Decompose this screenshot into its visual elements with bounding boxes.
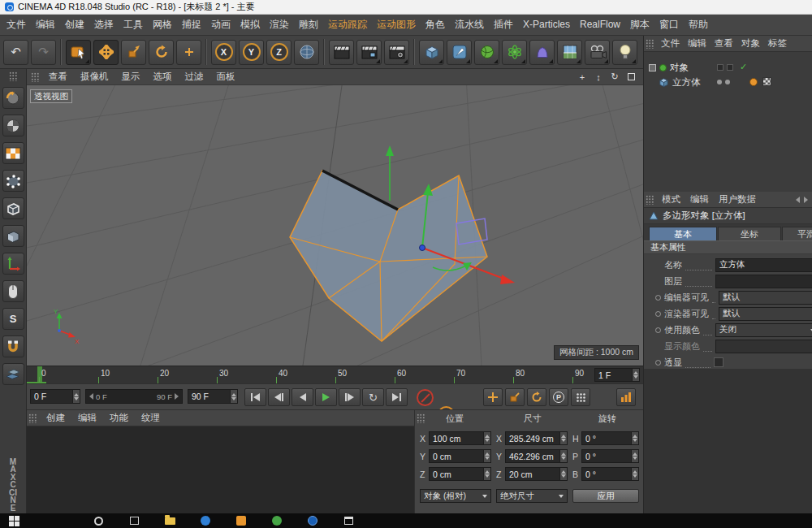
visibility-toggle[interactable] bbox=[717, 64, 723, 71]
am-menu-edit[interactable]: 编辑 bbox=[685, 192, 714, 207]
material-menu-create[interactable]: 创建 bbox=[40, 410, 71, 426]
toggle-view-icon[interactable] bbox=[624, 71, 637, 83]
next-frame-button[interactable] bbox=[339, 388, 361, 406]
coordinates-grip-icon[interactable] bbox=[417, 413, 425, 423]
object-manager-grip-icon[interactable] bbox=[646, 39, 654, 49]
render-settings-button[interactable] bbox=[384, 40, 409, 65]
object-mode-dropdown[interactable]: 对象 (相对) bbox=[420, 489, 491, 503]
tab-phong[interactable]: 平滑 bbox=[782, 227, 812, 240]
key-parameter-toggle[interactable]: P bbox=[549, 388, 568, 406]
subdivision-surface-button[interactable] bbox=[474, 40, 499, 65]
texture-mode-button[interactable] bbox=[2, 142, 24, 164]
size-mode-dropdown[interactable]: 绝对尺寸 bbox=[496, 489, 568, 503]
spinner[interactable] bbox=[559, 450, 567, 462]
phong-tag-icon[interactable] bbox=[749, 78, 758, 86]
om-menu-view[interactable]: 查看 bbox=[710, 36, 737, 51]
workplane-button[interactable] bbox=[2, 363, 24, 385]
history-forward-icon[interactable] bbox=[804, 197, 808, 203]
menu-render[interactable]: 渲染 bbox=[265, 15, 294, 35]
om-menu-tags[interactable]: 标签 bbox=[764, 36, 791, 51]
environment-button[interactable] bbox=[557, 40, 582, 65]
edges-mode-button[interactable] bbox=[2, 197, 24, 219]
material-menu-edit[interactable]: 编辑 bbox=[71, 410, 103, 426]
spinner[interactable] bbox=[631, 468, 638, 480]
object-row[interactable]: 对象 ✓ bbox=[649, 60, 808, 75]
timeline-ruler[interactable]: 0 10 20 30 40 50 60 70 80 90 1 F bbox=[27, 366, 643, 383]
position-x-field[interactable]: 100 cm bbox=[429, 431, 491, 445]
live-selection-button[interactable] bbox=[66, 40, 91, 65]
viewport-menu-panel[interactable]: 面板 bbox=[210, 69, 242, 84]
editor-visibility-dot[interactable] bbox=[717, 80, 722, 84]
rotation-b-field[interactable]: 0 ° bbox=[581, 467, 639, 481]
end-frame-field[interactable]: 90 F bbox=[188, 389, 238, 404]
viewport-solo-button[interactable] bbox=[2, 280, 24, 302]
ie-browser-button[interactable] bbox=[307, 515, 318, 526]
end-frame-spinner[interactable] bbox=[230, 390, 237, 403]
keyframe-circle-icon[interactable] bbox=[655, 311, 661, 317]
keyframe-circle-icon[interactable] bbox=[655, 327, 661, 333]
keyframe-circle-icon[interactable] bbox=[655, 360, 661, 366]
snap-button[interactable]: S bbox=[2, 308, 24, 330]
menu-sculpt[interactable]: 雕刻 bbox=[294, 15, 323, 35]
viewport-menu-display[interactable]: 显示 bbox=[115, 69, 147, 84]
active-window-button[interactable] bbox=[343, 515, 354, 526]
am-menu-userdata[interactable]: 用户数据 bbox=[714, 192, 761, 207]
size-x-field[interactable]: 285.249 cm bbox=[505, 431, 568, 445]
undo-button[interactable]: ↶ bbox=[3, 40, 28, 65]
menu-edit[interactable]: 编辑 bbox=[31, 15, 60, 35]
keyframe-circle-icon[interactable] bbox=[655, 295, 661, 301]
render-visibility-dot[interactable] bbox=[725, 80, 730, 84]
frame-spinner[interactable] bbox=[632, 369, 639, 381]
current-frame-field[interactable]: 1 F bbox=[594, 368, 640, 382]
viewport-menu-cameras[interactable]: 摄像机 bbox=[74, 69, 115, 84]
tab-coordinates[interactable]: 坐标 bbox=[718, 227, 781, 240]
loop-mode-button[interactable]: ↻ bbox=[362, 388, 384, 406]
start-frame-spinner[interactable] bbox=[72, 390, 80, 403]
menu-pipeline[interactable]: 流水线 bbox=[450, 15, 489, 35]
file-explorer-button[interactable] bbox=[164, 515, 175, 526]
light-button[interactable] bbox=[612, 40, 637, 65]
cortana-search-button[interactable] bbox=[93, 515, 104, 526]
edge-browser-button[interactable] bbox=[200, 515, 211, 526]
menu-script[interactable]: 脚本 bbox=[625, 15, 654, 35]
display-color-swatch[interactable] bbox=[715, 340, 812, 353]
position-y-field[interactable]: 0 cm bbox=[429, 449, 491, 463]
make-editable-button[interactable] bbox=[2, 87, 24, 109]
om-menu-objects[interactable]: 对象 bbox=[737, 36, 764, 51]
spinner[interactable] bbox=[483, 432, 490, 444]
cube-row[interactable]: 立方体 bbox=[659, 75, 808, 89]
menu-plugins[interactable]: 插件 bbox=[489, 15, 518, 35]
record-active-objects-button[interactable] bbox=[417, 389, 434, 406]
viewport-grip-icon[interactable] bbox=[31, 72, 39, 82]
texture-tag-icon[interactable] bbox=[762, 77, 771, 86]
green-app-button[interactable] bbox=[271, 515, 283, 526]
move-button[interactable] bbox=[93, 40, 119, 65]
play-backward-button[interactable] bbox=[292, 388, 313, 406]
camera-button[interactable] bbox=[585, 40, 610, 65]
spinner[interactable] bbox=[559, 432, 567, 444]
attribute-manager-grip-icon[interactable] bbox=[646, 195, 654, 205]
start-button[interactable] bbox=[8, 515, 19, 526]
spinner[interactable] bbox=[483, 450, 490, 462]
key-position-toggle[interactable] bbox=[483, 388, 503, 406]
rotate-view-icon[interactable]: ↻ bbox=[608, 71, 621, 83]
material-grip-icon[interactable] bbox=[28, 413, 37, 423]
menu-help[interactable]: 帮助 bbox=[684, 15, 713, 35]
menu-mesh[interactable]: 网格 bbox=[148, 15, 177, 35]
menu-xparticles[interactable]: X-Particles bbox=[518, 15, 575, 35]
polygons-mode-button[interactable] bbox=[2, 225, 24, 247]
lock-x-button[interactable]: X bbox=[211, 40, 236, 65]
material-menu-texture[interactable]: 纹理 bbox=[135, 410, 166, 426]
menu-snap[interactable]: 捕捉 bbox=[177, 15, 206, 35]
material-menu-function[interactable]: 功能 bbox=[103, 410, 135, 426]
editor-visibility-dropdown[interactable]: 默认 bbox=[719, 291, 812, 305]
size-z-field[interactable]: 20 cm bbox=[505, 467, 568, 481]
spinner[interactable] bbox=[631, 450, 638, 462]
start-frame-field[interactable]: 0 F bbox=[30, 389, 80, 404]
history-back-icon[interactable] bbox=[796, 197, 800, 203]
menu-motion-tracker[interactable]: 运动跟踪 bbox=[323, 15, 372, 35]
menu-create[interactable]: 创建 bbox=[60, 15, 89, 35]
visibility-toggle[interactable] bbox=[727, 64, 733, 71]
menu-file[interactable]: 文件 bbox=[2, 15, 31, 35]
spinner[interactable] bbox=[483, 468, 490, 480]
